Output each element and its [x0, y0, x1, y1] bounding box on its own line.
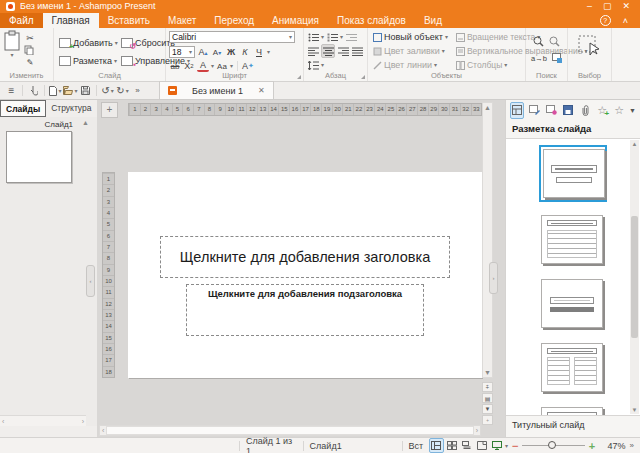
paste-dropdown-caret[interactable]: ▾	[10, 52, 13, 58]
font-color-button[interactable]: A	[197, 60, 209, 72]
grow-font-button[interactable]: A▴	[197, 46, 209, 58]
align-center-button[interactable]	[321, 44, 335, 58]
favorites-icon[interactable]: ☆	[612, 102, 626, 119]
menu-tab-6[interactable]: Показ слайдов	[328, 13, 415, 28]
font-family-select[interactable]: Calibri▾	[169, 31, 295, 43]
new-object-button[interactable]: Новый объект▾	[371, 31, 450, 44]
bold-button[interactable]: Ж	[225, 46, 237, 58]
paragraph-dialog-launcher[interactable]	[361, 75, 365, 79]
menu-tab-1[interactable]: Главная	[43, 13, 99, 28]
menu-tab-2[interactable]: Вставить	[99, 13, 159, 28]
selection-tool-button[interactable]	[577, 34, 603, 60]
scroll-left-icon[interactable]: ‹	[2, 418, 4, 425]
underline-button[interactable]: Ч	[253, 46, 265, 58]
strikethrough-button[interactable]: ab	[169, 60, 181, 72]
previous-slide-button[interactable]: ⍏	[482, 382, 493, 392]
insert-mode-indicator[interactable]: Вст	[409, 441, 424, 451]
subtitle-placeholder[interactable]: Щелкните для добавления подзаголовка	[186, 284, 424, 336]
scrollbar-thumb[interactable]	[631, 216, 638, 338]
line-spacing-button[interactable]	[307, 59, 319, 71]
statusbar-overflow-button[interactable]: »	[629, 441, 633, 450]
scroll-up-icon[interactable]: ▲	[484, 104, 491, 111]
columns-button[interactable]: Столбцы▾	[454, 59, 509, 72]
toolbar-overflow-button[interactable]: »	[130, 83, 145, 99]
document-tab[interactable]: Без имени 1 ✕	[159, 81, 274, 99]
slide-thumbnail[interactable]	[6, 131, 72, 183]
slideshow-dropdown-caret[interactable]: ▾	[505, 443, 508, 449]
numbering-button[interactable]	[326, 31, 338, 43]
scroll-down-icon[interactable]: ▼	[484, 369, 491, 376]
save-button[interactable]	[78, 83, 93, 99]
search-next-icon[interactable]	[549, 36, 560, 47]
underline-dropdown-caret[interactable]: ▾	[267, 49, 270, 55]
slides-panel-scrollbar[interactable]: ‹ ›	[0, 415, 86, 426]
slide-editing-surface[interactable]: Щелкните для добавления заголовка Щелкни…	[128, 172, 482, 378]
font-color-dropdown-caret[interactable]: ▾	[211, 63, 214, 69]
shrink-font-button[interactable]: A▾	[211, 46, 223, 58]
font-dialog-launcher[interactable]	[297, 75, 301, 79]
slideshow-button[interactable]	[490, 438, 505, 453]
minimize-button[interactable]: –	[587, 0, 592, 13]
copy-icon[interactable]	[24, 45, 36, 55]
touch-mode-icon[interactable]	[26, 83, 41, 99]
new-document-button[interactable]: ▾	[48, 83, 63, 99]
fill-color-button[interactable]: Цвет заливки▾	[371, 45, 447, 58]
menu-tab-file[interactable]: Файл	[0, 13, 43, 28]
search-icon[interactable]	[533, 36, 544, 47]
justify-button[interactable]	[351, 45, 363, 57]
menu-tab-3[interactable]: Макет	[159, 13, 205, 28]
menu-tab-4[interactable]: Переход	[205, 13, 263, 28]
collapse-ribbon-icon[interactable]: ˄	[623, 16, 628, 26]
bullets-button[interactable]	[307, 31, 319, 43]
paste-button[interactable]: ▾	[3, 30, 21, 68]
right-splitter-handle[interactable]: ›	[489, 262, 498, 294]
close-button[interactable]: ✕	[622, 0, 630, 13]
scroll-down-icon[interactable]: ▼	[632, 407, 638, 413]
scroll-right-icon[interactable]: ›	[82, 418, 84, 425]
subscript-button[interactable]: X2	[183, 60, 195, 72]
normal-view-button[interactable]	[429, 438, 444, 453]
menu-tab-7[interactable]: Вид	[415, 13, 451, 28]
zoom-slider-knob[interactable]	[548, 441, 556, 449]
indent-icon[interactable]	[345, 31, 357, 43]
change-case-dropdown-caret[interactable]: ▾	[230, 63, 233, 69]
slide-sorter-view-button[interactable]	[444, 438, 459, 453]
tab-outline[interactable]: Структура	[46, 100, 96, 117]
layout-thumbnail-title[interactable]	[539, 145, 607, 202]
design-add-icon[interactable]	[544, 102, 558, 119]
zoom-in-button[interactable]: +	[589, 440, 595, 452]
master-edit-icon[interactable]	[527, 102, 541, 119]
scroll-up-icon[interactable]: ▲	[632, 141, 638, 147]
align-left-button[interactable]	[307, 45, 319, 57]
format-painter-icon[interactable]: ✎	[24, 56, 36, 68]
search-in-slides-icon[interactable]	[552, 53, 562, 63]
save-design-icon[interactable]	[561, 102, 575, 119]
line-color-button[interactable]: Цвет линии▾	[371, 59, 439, 72]
slide-layout-tab-icon[interactable]	[510, 102, 524, 119]
menu-tab-5[interactable]: Анимация	[263, 13, 328, 28]
attachment-icon[interactable]	[578, 102, 592, 119]
ruler-origin-icon[interactable]: +	[101, 102, 118, 118]
canvas-vertical-scrollbar[interactable]: ▲ ▼	[482, 102, 493, 378]
document-tab-close-icon[interactable]: ✕	[258, 86, 265, 95]
notes-view-button[interactable]	[459, 438, 474, 453]
handout-view-button[interactable]	[474, 438, 489, 453]
font-size-select[interactable]: 18▾	[169, 46, 195, 58]
help-icon[interactable]: ?	[600, 15, 611, 26]
browse-slides-button[interactable]: ▤	[482, 393, 493, 403]
layout-thumbnail-two-content[interactable]	[539, 341, 607, 394]
next-slide-button[interactable]: ⍖	[482, 415, 493, 425]
scroll-left-icon[interactable]: ‹	[102, 427, 104, 434]
layout-list-scrollbar[interactable]: ▲ ▼	[630, 140, 639, 414]
open-document-button[interactable]: ▾	[63, 83, 78, 99]
zoom-out-button[interactable]: −	[512, 440, 518, 452]
sidebar-options-caret[interactable]: ▼	[629, 107, 636, 114]
title-placeholder[interactable]: Щелкните для добавления заголовка	[160, 236, 450, 278]
numbering-dropdown-caret[interactable]: ▾	[340, 34, 343, 40]
maximize-button[interactable]: ▢	[603, 0, 612, 13]
undo-button[interactable]: ↺▾	[100, 83, 115, 99]
add-favorite-icon[interactable]: ☆+	[595, 102, 609, 119]
tab-slides[interactable]: Слайды	[0, 100, 46, 117]
layout-thumbnail-section[interactable]	[539, 277, 607, 330]
select-browse-object-button[interactable]: ▼	[482, 404, 493, 414]
